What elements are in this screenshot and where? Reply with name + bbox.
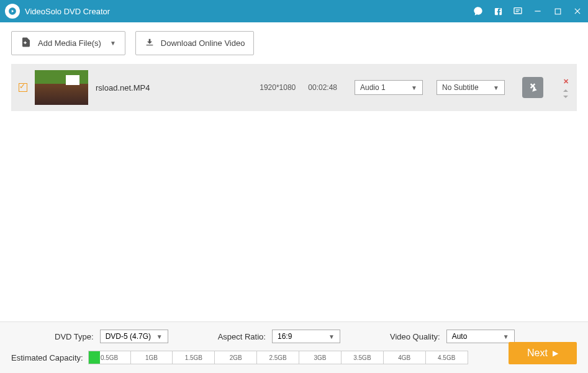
sort-arrows-icon[interactable] [562, 89, 569, 98]
download-icon [145, 37, 155, 49]
tick: 3GB [299, 351, 341, 364]
tick: 2.5GB [257, 351, 299, 364]
audio-select[interactable]: Audio 1 ▼ [355, 80, 423, 95]
media-list: rsload.net.MP4 1920*1080 00:02:48 Audio … [0, 61, 588, 321]
chat-icon[interactable] [473, 6, 484, 17]
capacity-row: Estimated Capacity: 0.5GB 1GB 1.5GB 2GB … [11, 351, 577, 364]
feedback-icon[interactable] [512, 6, 523, 17]
maximize-icon[interactable] [552, 6, 563, 17]
dvd-type-select[interactable]: DVD-5 (4.7G) ▼ [100, 330, 168, 343]
audio-value: Audio 1 [360, 83, 386, 92]
next-label: Next [527, 348, 548, 359]
video-quality-select[interactable]: Auto ▼ [446, 330, 515, 343]
dvd-type-label: DVD Type: [55, 332, 94, 341]
close-icon[interactable] [572, 6, 583, 17]
subtitle-value: No Subtitle [442, 83, 479, 92]
next-button[interactable]: Next ▶ [509, 342, 577, 364]
resolution-label: 1920*1080 [260, 83, 296, 92]
chevron-down-icon: ▼ [411, 84, 417, 91]
add-file-icon [20, 37, 32, 50]
minimize-icon[interactable] [532, 6, 543, 17]
aspect-ratio-value: 16:9 [278, 332, 292, 341]
tick: 4.5GB [426, 351, 468, 364]
bottom-panel: DVD Type: DVD-5 (4.7G) ▼ Aspect Ratio: 1… [0, 321, 588, 373]
tick: 1GB [131, 351, 173, 364]
video-quality-label: Video Quality: [390, 332, 440, 341]
app-logo [5, 4, 20, 19]
aspect-ratio-label: Aspect Ratio: [218, 332, 266, 341]
tick: 2GB [215, 351, 257, 364]
chevron-down-icon: ▼ [493, 84, 499, 91]
facebook-icon[interactable] [492, 6, 504, 17]
capacity-label: Estimated Capacity: [11, 353, 83, 362]
tick: 3.5GB [341, 351, 384, 364]
app-title: VideoSolo DVD Creator [25, 7, 473, 16]
duration-label: 00:02:48 [308, 83, 337, 92]
chevron-down-icon: ▼ [156, 333, 163, 340]
title-bar: VideoSolo DVD Creator [0, 0, 588, 22]
video-quality-value: Auto [452, 332, 468, 341]
chevron-down-icon: ▼ [503, 333, 509, 340]
add-media-button[interactable]: Add Media File(s) ▼ [11, 31, 125, 55]
settings-row: DVD Type: DVD-5 (4.7G) ▼ Aspect Ratio: 1… [11, 330, 577, 343]
file-name: rsload.net.MP4 [96, 83, 252, 92]
tick: 0.5GB [89, 351, 131, 364]
svg-rect-0 [514, 8, 522, 14]
capacity-ticks: 0.5GB 1GB 1.5GB 2GB 2.5GB 3GB 3.5GB 4GB … [89, 351, 468, 364]
toolbar: Add Media File(s) ▼ Download Online Vide… [0, 22, 588, 61]
chevron-down-icon: ▼ [328, 333, 335, 340]
video-thumbnail[interactable] [35, 70, 88, 105]
remove-icon[interactable]: ✕ [563, 78, 569, 86]
edit-button[interactable] [522, 77, 543, 98]
svg-rect-4 [555, 9, 561, 14]
download-video-label: Download Online Video [161, 38, 245, 48]
download-video-button[interactable]: Download Online Video [135, 31, 255, 55]
aspect-ratio-select[interactable]: 16:9 ▼ [272, 330, 340, 343]
arrow-right-icon: ▶ [553, 349, 558, 357]
tick: 4GB [384, 351, 426, 364]
capacity-bar: 0.5GB 1GB 1.5GB 2GB 2.5GB 3GB 3.5GB 4GB … [88, 351, 468, 364]
media-row: rsload.net.MP4 1920*1080 00:02:48 Audio … [11, 64, 577, 111]
tick: 1.5GB [173, 351, 215, 364]
dvd-type-value: DVD-5 (4.7G) [106, 332, 151, 341]
row-controls: ✕ [562, 78, 569, 98]
row-checkbox[interactable] [19, 83, 27, 92]
add-media-label: Add Media File(s) [38, 38, 101, 48]
chevron-down-icon: ▼ [110, 40, 116, 47]
subtitle-select[interactable]: No Subtitle ▼ [436, 80, 505, 95]
